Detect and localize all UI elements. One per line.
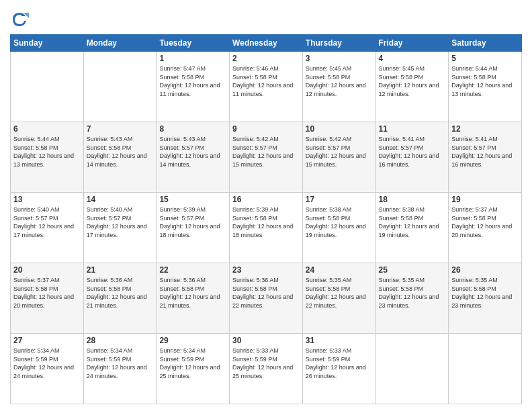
calendar-cell: 19Sunrise: 5:37 AM Sunset: 5:58 PM Dayli… [449, 193, 522, 263]
day-number: 21 [87, 265, 154, 275]
day-info: Sunrise: 5:47 AM Sunset: 5:58 PM Dayligh… [159, 64, 226, 98]
day-number: 27 [13, 336, 81, 345]
calendar-cell: 1Sunrise: 5:47 AM Sunset: 5:58 PM Daylig… [157, 52, 230, 122]
calendar-week-1: 6Sunrise: 5:44 AM Sunset: 5:58 PM Daylig… [11, 122, 522, 193]
header-row: Sunday Monday Tuesday Wednesday Thursday… [11, 35, 522, 52]
calendar-cell: 9Sunrise: 5:42 AM Sunset: 5:57 PM Daylig… [230, 122, 303, 193]
day-info: Sunrise: 5:45 AM Sunset: 5:58 PM Dayligh… [306, 64, 373, 98]
calendar-cell: 17Sunrise: 5:38 AM Sunset: 5:58 PM Dayli… [302, 193, 375, 263]
day-info: Sunrise: 5:42 AM Sunset: 5:57 PM Dayligh… [306, 135, 373, 169]
day-info: Sunrise: 5:37 AM Sunset: 5:58 PM Dayligh… [451, 205, 519, 239]
calendar-table: Sunday Monday Tuesday Wednesday Thursday… [10, 34, 522, 404]
day-number: 15 [159, 195, 226, 204]
header-sunday: Sunday [11, 35, 84, 52]
day-info: Sunrise: 5:33 AM Sunset: 5:59 PM Dayligh… [232, 347, 300, 380]
calendar-body: 1Sunrise: 5:47 AM Sunset: 5:58 PM Daylig… [11, 52, 522, 404]
header-saturday: Saturday [449, 35, 522, 52]
day-number: 1 [159, 54, 226, 63]
day-number: 6 [13, 124, 81, 134]
calendar-cell [449, 334, 522, 404]
calendar-cell: 26Sunrise: 5:35 AM Sunset: 5:58 PM Dayli… [449, 263, 522, 334]
day-number: 29 [159, 336, 226, 345]
day-info: Sunrise: 5:35 AM Sunset: 5:58 PM Dayligh… [306, 276, 373, 310]
calendar-week-0: 1Sunrise: 5:47 AM Sunset: 5:58 PM Daylig… [11, 52, 522, 122]
calendar-cell [83, 52, 157, 122]
day-number: 3 [306, 54, 373, 63]
calendar-week-3: 20Sunrise: 5:37 AM Sunset: 5:58 PM Dayli… [11, 263, 522, 334]
day-info: Sunrise: 5:34 AM Sunset: 5:59 PM Dayligh… [159, 347, 226, 380]
day-info: Sunrise: 5:34 AM Sunset: 5:59 PM Dayligh… [87, 347, 154, 380]
day-info: Sunrise: 5:44 AM Sunset: 5:58 PM Dayligh… [451, 64, 519, 98]
day-number: 17 [306, 195, 373, 204]
day-number: 13 [13, 195, 81, 204]
day-number: 4 [379, 54, 446, 63]
calendar-cell: 30Sunrise: 5:33 AM Sunset: 5:59 PM Dayli… [230, 334, 303, 404]
calendar-cell: 14Sunrise: 5:40 AM Sunset: 5:57 PM Dayli… [83, 193, 157, 263]
day-number: 9 [232, 124, 300, 134]
day-number: 20 [13, 265, 81, 275]
day-number: 5 [451, 54, 519, 63]
calendar-cell [375, 334, 449, 404]
day-info: Sunrise: 5:38 AM Sunset: 5:58 PM Dayligh… [306, 205, 373, 239]
day-number: 22 [159, 265, 226, 275]
calendar-cell: 29Sunrise: 5:34 AM Sunset: 5:59 PM Dayli… [157, 334, 230, 404]
calendar-week-4: 27Sunrise: 5:34 AM Sunset: 5:59 PM Dayli… [11, 334, 522, 404]
calendar-cell: 5Sunrise: 5:44 AM Sunset: 5:58 PM Daylig… [449, 52, 522, 122]
calendar-cell: 22Sunrise: 5:36 AM Sunset: 5:58 PM Dayli… [157, 263, 230, 334]
day-info: Sunrise: 5:39 AM Sunset: 5:57 PM Dayligh… [159, 205, 226, 239]
day-number: 10 [306, 124, 373, 134]
day-number: 2 [232, 54, 300, 63]
day-number: 11 [379, 124, 446, 134]
day-info: Sunrise: 5:33 AM Sunset: 5:59 PM Dayligh… [306, 347, 373, 380]
calendar-cell: 6Sunrise: 5:44 AM Sunset: 5:58 PM Daylig… [11, 122, 84, 193]
day-number: 26 [451, 265, 519, 275]
calendar-cell: 20Sunrise: 5:37 AM Sunset: 5:58 PM Dayli… [11, 263, 84, 334]
day-info: Sunrise: 5:40 AM Sunset: 5:57 PM Dayligh… [13, 205, 81, 239]
calendar-cell [11, 52, 84, 122]
day-info: Sunrise: 5:45 AM Sunset: 5:58 PM Dayligh… [379, 64, 446, 98]
calendar-cell: 28Sunrise: 5:34 AM Sunset: 5:59 PM Dayli… [83, 334, 157, 404]
calendar-cell: 25Sunrise: 5:35 AM Sunset: 5:58 PM Dayli… [375, 263, 449, 334]
day-number: 8 [159, 124, 226, 134]
calendar-cell: 23Sunrise: 5:36 AM Sunset: 5:58 PM Dayli… [230, 263, 303, 334]
calendar-cell: 21Sunrise: 5:36 AM Sunset: 5:58 PM Dayli… [83, 263, 157, 334]
day-number: 14 [87, 195, 154, 204]
calendar-cell: 2Sunrise: 5:46 AM Sunset: 5:58 PM Daylig… [230, 52, 303, 122]
day-number: 25 [379, 265, 446, 275]
day-info: Sunrise: 5:44 AM Sunset: 5:58 PM Dayligh… [13, 135, 81, 169]
calendar-cell: 31Sunrise: 5:33 AM Sunset: 5:59 PM Dayli… [302, 334, 375, 404]
calendar-cell: 18Sunrise: 5:38 AM Sunset: 5:58 PM Dayli… [375, 193, 449, 263]
calendar-cell: 13Sunrise: 5:40 AM Sunset: 5:57 PM Dayli… [11, 193, 84, 263]
header [10, 10, 522, 29]
logo-icon [10, 10, 29, 29]
header-thursday: Thursday [302, 35, 375, 52]
calendar-cell: 3Sunrise: 5:45 AM Sunset: 5:58 PM Daylig… [302, 52, 375, 122]
day-info: Sunrise: 5:35 AM Sunset: 5:58 PM Dayligh… [451, 276, 519, 310]
day-info: Sunrise: 5:42 AM Sunset: 5:57 PM Dayligh… [232, 135, 300, 169]
calendar-cell: 12Sunrise: 5:41 AM Sunset: 5:57 PM Dayli… [449, 122, 522, 193]
calendar-cell: 24Sunrise: 5:35 AM Sunset: 5:58 PM Dayli… [302, 263, 375, 334]
logo [10, 10, 32, 29]
calendar-cell: 7Sunrise: 5:43 AM Sunset: 5:58 PM Daylig… [83, 122, 157, 193]
day-info: Sunrise: 5:38 AM Sunset: 5:58 PM Dayligh… [379, 205, 446, 239]
day-number: 16 [232, 195, 300, 204]
calendar-header: Sunday Monday Tuesday Wednesday Thursday… [11, 35, 522, 52]
day-info: Sunrise: 5:43 AM Sunset: 5:57 PM Dayligh… [159, 135, 226, 169]
day-number: 31 [306, 336, 373, 345]
header-friday: Friday [375, 35, 449, 52]
day-info: Sunrise: 5:37 AM Sunset: 5:58 PM Dayligh… [13, 276, 81, 310]
day-number: 19 [451, 195, 519, 204]
calendar-cell: 10Sunrise: 5:42 AM Sunset: 5:57 PM Dayli… [302, 122, 375, 193]
calendar-cell: 11Sunrise: 5:41 AM Sunset: 5:57 PM Dayli… [375, 122, 449, 193]
day-info: Sunrise: 5:43 AM Sunset: 5:58 PM Dayligh… [87, 135, 154, 169]
header-tuesday: Tuesday [157, 35, 230, 52]
day-number: 28 [87, 336, 154, 345]
calendar-cell: 16Sunrise: 5:39 AM Sunset: 5:58 PM Dayli… [230, 193, 303, 263]
day-info: Sunrise: 5:36 AM Sunset: 5:58 PM Dayligh… [232, 276, 300, 310]
day-info: Sunrise: 5:35 AM Sunset: 5:58 PM Dayligh… [379, 276, 446, 310]
calendar-cell: 15Sunrise: 5:39 AM Sunset: 5:57 PM Dayli… [157, 193, 230, 263]
day-number: 18 [379, 195, 446, 204]
day-info: Sunrise: 5:36 AM Sunset: 5:58 PM Dayligh… [159, 276, 226, 310]
calendar-cell: 8Sunrise: 5:43 AM Sunset: 5:57 PM Daylig… [157, 122, 230, 193]
calendar-cell: 4Sunrise: 5:45 AM Sunset: 5:58 PM Daylig… [375, 52, 449, 122]
